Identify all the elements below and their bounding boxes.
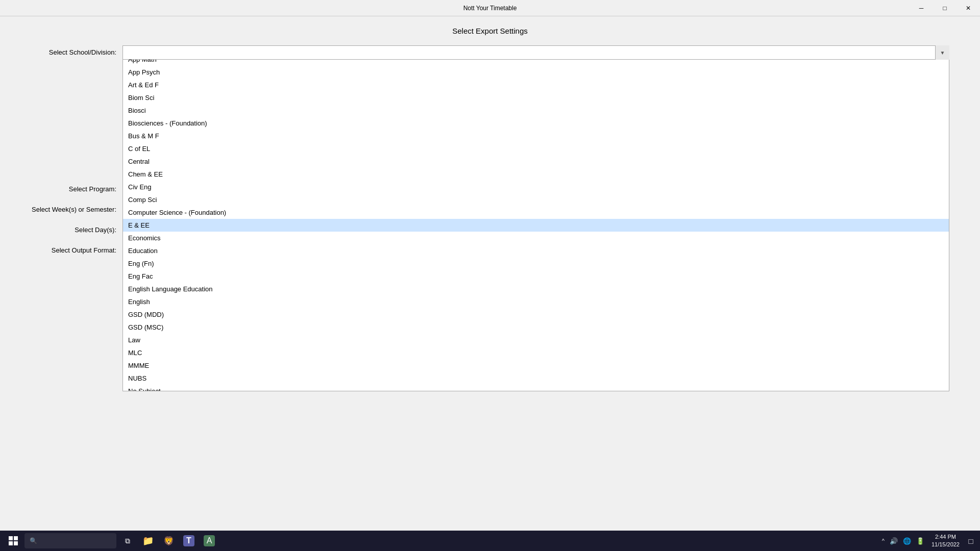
time-display: 2:44 PM [932,533,960,541]
battery-icon[interactable]: 🔋 [915,536,925,546]
dropdown-item-biosciences-foundation[interactable]: Biosciences - (Foundation) [123,117,949,130]
dropdown-item-art-ed-f[interactable]: Art & Ed F [123,79,949,91]
dropdown-item-biom-sci[interactable]: Biom Sci [123,91,949,104]
school-dropdown-list[interactable]: American and Canadian StudiesApp MathApp… [122,60,949,391]
program-label: Select Program: [31,182,122,193]
dropdown-item-bus-m-f[interactable]: Bus & M F [123,130,949,142]
dropdown-item-eng-fac[interactable]: Eng Fac [123,270,949,283]
dropdown-item-law[interactable]: Law [123,334,949,346]
dropdown-item-c-of-el[interactable]: C of EL [123,142,949,155]
days-label: Select Day(s): [31,223,122,234]
dropdown-item-comp-sci[interactable]: Comp Sci [123,193,949,206]
title-bar: Nott Your Timetable ─ □ ✕ [0,0,980,16]
dropdown-item-eng-fn[interactable]: Eng (Fn) [123,257,949,270]
school-division-row: Select School/Division: ▼ American and C… [31,45,949,60]
school-select[interactable] [122,45,949,60]
dropdown-item-education[interactable]: Education [123,244,949,257]
app4-icon: A [204,535,215,546]
system-tray: ^ 🔊 🌐 🔋 2:44 PM 11/15/2022 □ [881,532,976,550]
brave-browser-button[interactable]: 🦁 [159,532,178,550]
window-title: Nott Your Timetable [70,5,910,12]
teams-button[interactable]: T [180,532,198,550]
school-select-wrapper: ▼ American and Canadian StudiesApp MathA… [122,45,949,60]
teams-icon: T [183,535,194,546]
maximize-button[interactable]: □ [933,0,957,16]
page-title: Select Export Settings [31,27,949,35]
dropdown-item-nubs[interactable]: NUBS [123,372,949,385]
dropdown-item-gsd-mdd[interactable]: GSD (MDD) [123,308,949,321]
date-display: 11/15/2022 [932,541,960,548]
dropdown-item-economics[interactable]: Economics [123,232,949,244]
dropdown-item-biosci[interactable]: Biosci [123,104,949,117]
task-view-button[interactable]: ⧉ [118,532,137,550]
dropdown-item-chem-ee[interactable]: Chem & EE [123,168,949,181]
dropdown-item-english[interactable]: English [123,295,949,308]
taskbar-search[interactable]: 🔍 [24,533,116,548]
clock-display[interactable]: 2:44 PM 11/15/2022 [928,532,963,550]
output-label: Select Output Format: [31,243,122,254]
school-label: Select School/Division: [31,45,122,56]
tray-expand-button[interactable]: ^ [881,537,886,545]
windows-logo-icon [9,536,18,545]
dropdown-item-no-subject[interactable]: No Subject [123,385,949,391]
start-button[interactable] [4,532,22,550]
network-icon[interactable]: 🌐 [902,536,912,546]
file-explorer-icon: 📁 [142,535,154,546]
notification-icon[interactable]: □ [966,536,976,546]
brave-icon: 🦁 [163,536,174,546]
dropdown-item-english-language-education[interactable]: English Language Education [123,283,949,295]
dropdown-item-mmme[interactable]: MMME [123,359,949,372]
dropdown-item-computer-science-foundation[interactable]: Computer Science - (Foundation) [123,206,949,219]
app4-button[interactable]: A [200,532,218,550]
dropdown-item-civ-eng[interactable]: Civ Eng [123,181,949,193]
search-icon: 🔍 [30,537,37,544]
dropdown-item-app-psych[interactable]: App Psych [123,66,949,79]
dropdown-item-e-ee[interactable]: E & EE [123,219,949,232]
main-content: Select Export Settings Select School/Div… [0,16,980,531]
taskbar: 🔍 ⧉ 📁 🦁 T A ^ 🔊 🌐 🔋 2:44 PM 11/15/2022 □ [0,531,980,551]
dropdown-item-mlc[interactable]: MLC [123,346,949,359]
weeks-label: Select Week(s) or Semester: [31,203,122,213]
file-explorer-button[interactable]: 📁 [139,532,157,550]
minimize-button[interactable]: ─ [910,0,933,16]
dropdown-item-gsd-msc[interactable]: GSD (MSC) [123,321,949,334]
close-button[interactable]: ✕ [957,0,980,16]
speaker-icon[interactable]: 🔊 [889,536,899,546]
dropdown-item-app-math[interactable]: App Math [123,60,949,66]
dropdown-item-central[interactable]: Central [123,155,949,168]
window-controls: ─ □ ✕ [910,0,980,16]
